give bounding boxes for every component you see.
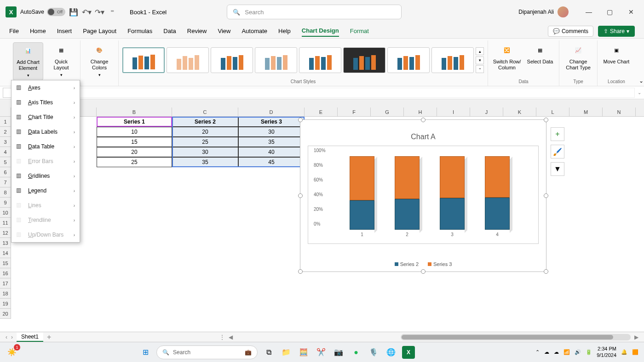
tray-cloud-icon[interactable]: ☁ bbox=[554, 349, 559, 355]
cell-B4[interactable]: 20 bbox=[97, 147, 172, 157]
account-user[interactable]: Dipanjenah Ali bbox=[518, 6, 569, 17]
row-header-17[interactable]: 17 bbox=[0, 278, 11, 288]
spreadsheet-grid[interactable]: ABCDEFGHIJKLMN 1234567891011121314151617… bbox=[0, 107, 644, 332]
chart-filter-button[interactable]: ▼ bbox=[551, 162, 564, 176]
tab-help[interactable]: Help bbox=[278, 26, 291, 36]
chart-style-thumb-1[interactable] bbox=[122, 47, 165, 73]
formula-input[interactable] bbox=[73, 88, 635, 98]
file-explorer-icon[interactable]: 📁 bbox=[280, 346, 293, 359]
chart-style-thumb-8[interactable] bbox=[431, 47, 474, 73]
change-colors-button[interactable]: 🎨 Change Colors ▾ bbox=[84, 42, 115, 79]
chart-resize-handle[interactable] bbox=[298, 118, 303, 122]
switch-row-column-button[interactable]: 🔀Switch Row/ Column bbox=[492, 42, 522, 73]
toggle-switch[interactable]: Off bbox=[47, 8, 65, 16]
cell-B5[interactable]: 25 bbox=[97, 157, 172, 167]
tab-insert[interactable]: Insert bbox=[57, 26, 72, 36]
change-chart-type-button[interactable]: 📈Change Chart Type bbox=[563, 42, 593, 73]
row-header-13[interactable]: 13 bbox=[0, 238, 11, 248]
column-header-J[interactable]: J bbox=[470, 107, 503, 116]
dropdown-item-gridlines[interactable]: ▥Gridlines› bbox=[12, 169, 80, 183]
search-input[interactable]: 🔍 Search bbox=[227, 5, 402, 19]
row-header-10[interactable]: 10 bbox=[0, 208, 11, 218]
column-header-C[interactable]: C bbox=[172, 107, 238, 116]
chart-style-thumb-2[interactable] bbox=[167, 47, 209, 73]
tray-app-icon[interactable]: 🟧 bbox=[632, 349, 638, 355]
row-header-18[interactable]: 18 bbox=[0, 288, 11, 299]
task-view-icon[interactable]: ⧉ bbox=[262, 346, 275, 359]
chart-styles-gallery-more[interactable]: ▴ ▾ ⁼ bbox=[476, 47, 484, 73]
quick-layout-button[interactable]: ▦ Quick Layout ▾ bbox=[46, 42, 76, 79]
row-header-7[interactable]: 7 bbox=[0, 177, 11, 187]
chart-bar-2[interactable] bbox=[395, 156, 420, 230]
cell-C2[interactable]: 20 bbox=[172, 127, 238, 137]
embedded-chart[interactable]: Chart A 0%20%40%60%80%100% 1234 Series 2… bbox=[300, 119, 546, 272]
cell-D2[interactable]: 30 bbox=[238, 127, 305, 137]
taskbar-search[interactable]: 🔍 Search💼 bbox=[156, 345, 258, 359]
undo-icon[interactable]: ↶▾ bbox=[82, 7, 91, 17]
chart-resize-handle[interactable] bbox=[544, 118, 548, 122]
row-header-3[interactable]: 3 bbox=[0, 137, 11, 147]
horizontal-scrollbar[interactable] bbox=[401, 334, 631, 340]
tab-data[interactable]: Data bbox=[163, 26, 176, 36]
cell-D4[interactable]: 40 bbox=[238, 147, 305, 157]
cell-D1[interactable]: Series 3 bbox=[238, 117, 305, 127]
chart-resize-handle[interactable] bbox=[421, 118, 426, 122]
share-button[interactable]: ⇪ Share ▾ bbox=[598, 26, 635, 37]
chart-styles-brush-button[interactable]: 🖌️ bbox=[551, 145, 564, 158]
chart-title[interactable]: Chart A bbox=[300, 133, 546, 141]
row-header-16[interactable]: 16 bbox=[0, 268, 11, 278]
column-header-I[interactable]: I bbox=[437, 107, 470, 116]
column-header-E[interactable]: E bbox=[305, 107, 338, 116]
ribbon-collapse-button[interactable]: ⌄ bbox=[635, 76, 644, 86]
select-data-button[interactable]: ▦Select Data bbox=[525, 42, 555, 67]
tab-file[interactable]: File bbox=[9, 26, 19, 36]
qat-customize-icon[interactable]: ⁼ bbox=[108, 7, 117, 17]
select-all-corner[interactable] bbox=[0, 107, 11, 116]
autosave-toggle[interactable]: AutoSave Off bbox=[20, 8, 65, 16]
column-header-L[interactable]: L bbox=[536, 107, 569, 116]
excel-taskbar-icon[interactable]: X bbox=[402, 346, 415, 359]
cell-B1[interactable]: Series 1 bbox=[97, 117, 172, 127]
tray-onedrive-icon[interactable]: ☁ bbox=[544, 349, 549, 355]
tab-review[interactable]: Review bbox=[187, 26, 207, 36]
cell-D3[interactable]: 35 bbox=[238, 137, 305, 147]
row-header-12[interactable]: 12 bbox=[0, 228, 11, 238]
row-header-2[interactable]: 2 bbox=[0, 127, 11, 137]
sheet-tab-options[interactable]: ⋮ bbox=[219, 334, 225, 340]
row-header-6[interactable]: 6 bbox=[0, 167, 11, 177]
row-header-9[interactable]: 9 bbox=[0, 198, 11, 208]
tray-volume-icon[interactable]: 🔊 bbox=[575, 349, 581, 355]
tab-automate[interactable]: Automate bbox=[242, 26, 267, 36]
redo-icon[interactable]: ↷▾ bbox=[95, 7, 104, 17]
row-header-14[interactable]: 14 bbox=[0, 248, 11, 258]
cell-C3[interactable]: 25 bbox=[172, 137, 238, 147]
chart-legend[interactable]: Series 2 Series 3 bbox=[300, 261, 546, 267]
cell-B3[interactable]: 15 bbox=[97, 137, 172, 147]
gallery-down-arrow[interactable]: ▾ bbox=[476, 57, 484, 64]
window-close-button[interactable]: ✕ bbox=[624, 5, 638, 19]
sheet-nav-next[interactable]: › bbox=[11, 334, 13, 340]
chart-resize-handle[interactable] bbox=[421, 269, 426, 274]
tab-page-layout[interactable]: Page Layout bbox=[83, 26, 116, 36]
row-header-11[interactable]: 11 bbox=[0, 218, 11, 228]
column-header-G[interactable]: G bbox=[371, 107, 404, 116]
row-header-20[interactable]: 20 bbox=[0, 309, 11, 319]
tray-battery-icon[interactable]: 🔋 bbox=[586, 349, 592, 355]
chart-elements-plus-button[interactable]: + bbox=[551, 127, 564, 141]
hscroll-right[interactable]: ▶ bbox=[634, 334, 638, 340]
row-header-8[interactable]: 8 bbox=[0, 187, 11, 198]
chrome-icon[interactable]: 🌐 bbox=[385, 346, 397, 359]
calculator-icon[interactable]: 🧮 bbox=[297, 346, 310, 359]
gallery-expand[interactable]: ⁼ bbox=[476, 65, 484, 73]
tab-view[interactable]: View bbox=[218, 26, 230, 36]
legend-series-3[interactable]: Series 3 bbox=[428, 261, 452, 267]
microphone-icon[interactable]: 🎙️ bbox=[367, 346, 380, 359]
snipping-tool-icon[interactable]: ✂️ bbox=[315, 346, 328, 359]
column-header-F[interactable]: F bbox=[338, 107, 371, 116]
tray-chevron-icon[interactable]: ⌃ bbox=[535, 349, 540, 355]
chart-resize-handle[interactable] bbox=[544, 193, 548, 198]
notifications-icon[interactable]: 🔔 bbox=[621, 349, 627, 355]
comments-button[interactable]: 💬 Comments bbox=[548, 26, 593, 37]
column-header-H[interactable]: H bbox=[404, 107, 437, 116]
window-maximize-button[interactable]: ▢ bbox=[603, 5, 617, 19]
